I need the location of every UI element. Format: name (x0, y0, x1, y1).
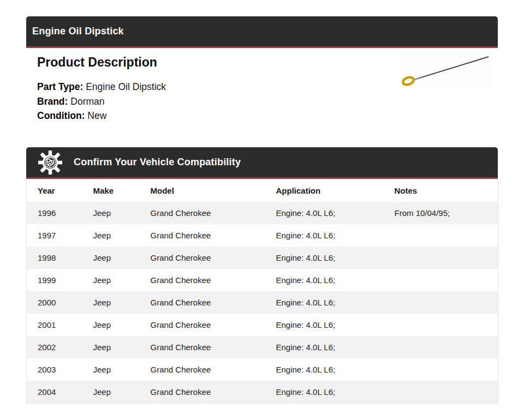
cell-application: Engine: 4.0L L6; (265, 314, 384, 336)
cell-application: Engine: 4.0L L6; (265, 336, 384, 358)
cell-year: 2002 (27, 336, 82, 358)
page-title: Engine Oil Dipstick (32, 26, 124, 37)
detail-condition: Condition: New (37, 109, 498, 123)
table-row: 1998 Jeep Grand Cherokee Engine: 4.0L L6… (27, 247, 498, 269)
compatibility-table: Year Make Model Application Notes 1996 J… (26, 179, 498, 404)
title-bar: Engine Oil Dipstick (26, 16, 498, 48)
table-row: 2003 Jeep Grand Cherokee Engine: 4.0L L6… (27, 358, 498, 381)
product-description-section: Product Description Part Type: Engine Oi… (26, 48, 498, 147)
cell-year: 1998 (27, 247, 82, 269)
cell-make: Jeep (82, 247, 140, 269)
detail-part-type-label: Part Type: (37, 81, 83, 92)
detail-brand-value: Dorman (70, 96, 104, 107)
engine-gear-icon (38, 151, 62, 175)
col-application: Application (265, 179, 384, 202)
table-row: 2001 Jeep Grand Cherokee Engine: 4.0L L6… (27, 314, 498, 336)
cell-application: Engine: 4.0L L6; (265, 247, 384, 269)
table-row: 2002 Jeep Grand Cherokee Engine: 4.0L L6… (27, 336, 498, 358)
col-model: Model (140, 179, 265, 202)
cell-make: Jeep (82, 269, 140, 291)
cell-application: Engine: 4.0L L6; (265, 224, 384, 247)
cell-make: Jeep (82, 314, 140, 336)
cell-model: Grand Cherokee (140, 291, 265, 314)
compatibility-header: Confirm Your Vehicle Compatibility (26, 147, 498, 179)
cell-year: 1996 (27, 202, 82, 224)
cell-make: Jeep (82, 202, 140, 224)
cell-make: Jeep (82, 224, 140, 247)
cell-year: 2001 (27, 314, 82, 336)
cell-make: Jeep (82, 381, 140, 404)
cell-notes (384, 381, 498, 404)
table-row: 1999 Jeep Grand Cherokee Engine: 4.0L L6… (27, 269, 498, 291)
cell-model: Grand Cherokee (140, 202, 265, 224)
cell-application: Engine: 4.0L L6; (265, 291, 384, 314)
table-row: 1997 Jeep Grand Cherokee Engine: 4.0L L6… (27, 224, 498, 247)
detail-condition-value: New (87, 110, 106, 121)
table-header-row: Year Make Model Application Notes (27, 179, 498, 202)
cell-notes (384, 269, 498, 291)
detail-brand: Brand: Dorman (37, 94, 498, 109)
table-row: 1996 Jeep Grand Cherokee Engine: 4.0L L6… (27, 202, 498, 224)
cell-notes (384, 314, 498, 336)
cell-model: Grand Cherokee (140, 224, 265, 247)
cell-notes (384, 336, 498, 358)
cell-model: Grand Cherokee (140, 314, 265, 336)
cell-model: Grand Cherokee (140, 336, 265, 358)
cell-make: Jeep (82, 358, 140, 381)
cell-model: Grand Cherokee (140, 269, 265, 291)
compatibility-title: Confirm Your Vehicle Compatibility (74, 157, 241, 168)
cell-notes (384, 358, 498, 381)
product-photo-dipstick (400, 53, 493, 88)
cell-make: Jeep (82, 291, 140, 314)
cell-notes (384, 291, 498, 314)
listing-page: Engine Oil Dipstick Product Description … (26, 16, 498, 404)
cell-application: Engine: 4.0L L6; (265, 358, 384, 381)
col-notes: Notes (384, 179, 498, 202)
cell-year: 1997 (27, 224, 82, 247)
cell-notes (384, 224, 498, 247)
col-make: Make (82, 179, 140, 202)
col-year: Year (27, 179, 82, 202)
cell-notes (384, 247, 498, 269)
cell-application: Engine: 4.0L L6; (265, 381, 384, 404)
cell-notes: From 10/04/95; (384, 202, 498, 224)
cell-model: Grand Cherokee (140, 358, 265, 381)
cell-year: 2000 (27, 291, 82, 314)
table-row: 2000 Jeep Grand Cherokee Engine: 4.0L L6… (27, 291, 498, 314)
cell-model: Grand Cherokee (140, 247, 265, 269)
cell-year: 2003 (27, 358, 82, 381)
cell-application: Engine: 4.0L L6; (265, 269, 384, 291)
compatibility-table-head: Year Make Model Application Notes (27, 179, 498, 202)
cell-year: 1999 (27, 269, 82, 291)
detail-brand-label: Brand: (37, 96, 68, 107)
cell-make: Jeep (82, 336, 140, 358)
cell-year: 2004 (27, 381, 82, 404)
cell-application: Engine: 4.0L L6; (265, 202, 384, 224)
compatibility-table-body: 1996 Jeep Grand Cherokee Engine: 4.0L L6… (27, 202, 498, 404)
table-row: 2004 Jeep Grand Cherokee Engine: 4.0L L6… (27, 381, 498, 404)
detail-part-type-value: Engine Oil Dipstick (86, 81, 166, 92)
detail-condition-label: Condition: (37, 110, 85, 121)
cell-model: Grand Cherokee (140, 381, 265, 404)
